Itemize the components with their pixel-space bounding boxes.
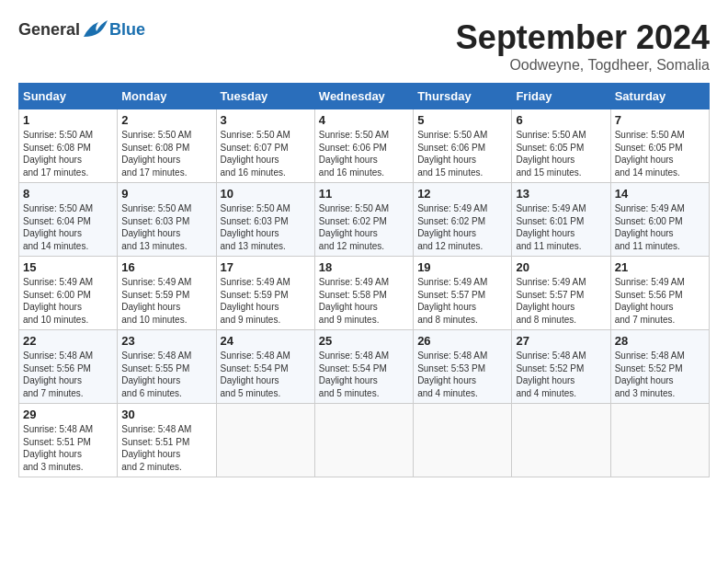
- day-detail: Sunrise: 5:49 AMSunset: 5:59 PMDaylight …: [121, 277, 191, 325]
- calendar-cell: [512, 404, 610, 477]
- day-number: 21: [615, 260, 705, 274]
- day-number: 4: [319, 113, 409, 127]
- day-number: 11: [319, 187, 409, 201]
- weekday-header-sunday: Sunday: [19, 84, 118, 109]
- day-number: 20: [516, 260, 606, 274]
- calendar-cell: 12 Sunrise: 5:49 AMSunset: 6:02 PMDaylig…: [414, 183, 512, 257]
- weekday-header-friday: Friday: [512, 84, 610, 109]
- day-number: 1: [23, 113, 113, 127]
- day-number: 23: [121, 334, 211, 348]
- day-detail: Sunrise: 5:49 AMSunset: 6:00 PMDaylight …: [23, 277, 93, 325]
- day-detail: Sunrise: 5:48 AMSunset: 5:51 PMDaylight …: [121, 424, 191, 472]
- calendar-week-row: 29 Sunrise: 5:48 AMSunset: 5:51 PMDaylig…: [19, 404, 710, 477]
- calendar-week-row: 8 Sunrise: 5:50 AMSunset: 6:04 PMDayligh…: [19, 183, 710, 257]
- day-detail: Sunrise: 5:50 AMSunset: 6:03 PMDaylight …: [221, 203, 290, 251]
- day-detail: Sunrise: 5:49 AMSunset: 5:58 PMDaylight …: [319, 277, 389, 325]
- weekday-header-tuesday: Tuesday: [216, 84, 314, 109]
- calendar-cell: 14 Sunrise: 5:49 AMSunset: 6:00 PMDaylig…: [610, 183, 709, 257]
- logo-general: General: [18, 20, 80, 40]
- calendar-week-row: 22 Sunrise: 5:48 AMSunset: 5:56 PMDaylig…: [19, 330, 710, 404]
- calendar-cell: 8 Sunrise: 5:50 AMSunset: 6:04 PMDayligh…: [19, 183, 118, 257]
- calendar-cell: [610, 404, 709, 477]
- day-number: 18: [319, 260, 409, 274]
- calendar-cell: 24 Sunrise: 5:48 AMSunset: 5:54 PMDaylig…: [216, 330, 314, 404]
- day-number: 16: [121, 260, 211, 274]
- day-number: 6: [516, 113, 606, 127]
- calendar-cell: 17 Sunrise: 5:49 AMSunset: 5:59 PMDaylig…: [216, 257, 314, 330]
- day-detail: Sunrise: 5:49 AMSunset: 5:56 PMDaylight …: [615, 277, 685, 325]
- calendar-cell: 3 Sunrise: 5:50 AMSunset: 6:07 PMDayligh…: [216, 109, 314, 183]
- calendar-cell: 19 Sunrise: 5:49 AMSunset: 5:57 PMDaylig…: [414, 257, 512, 330]
- calendar-cell: 30 Sunrise: 5:48 AMSunset: 5:51 PMDaylig…: [118, 404, 216, 477]
- day-number: 25: [319, 334, 409, 348]
- day-detail: Sunrise: 5:50 AMSunset: 6:02 PMDaylight …: [319, 203, 389, 251]
- day-number: 15: [23, 260, 113, 274]
- day-detail: Sunrise: 5:48 AMSunset: 5:54 PMDaylight …: [221, 350, 290, 398]
- day-number: 17: [221, 260, 311, 274]
- weekday-header-row: SundayMondayTuesdayWednesdayThursdayFrid…: [19, 84, 710, 109]
- day-number: 22: [23, 334, 113, 348]
- weekday-header-thursday: Thursday: [414, 84, 512, 109]
- day-detail: Sunrise: 5:50 AMSunset: 6:04 PMDaylight …: [23, 203, 93, 251]
- day-detail: Sunrise: 5:50 AMSunset: 6:08 PMDaylight …: [23, 130, 93, 178]
- calendar-cell: [414, 404, 512, 477]
- day-detail: Sunrise: 5:48 AMSunset: 5:53 PMDaylight …: [417, 350, 487, 398]
- day-number: 7: [615, 113, 705, 127]
- weekday-header-wednesday: Wednesday: [314, 84, 413, 109]
- calendar-cell: 2 Sunrise: 5:50 AMSunset: 6:08 PMDayligh…: [118, 109, 216, 183]
- day-detail: Sunrise: 5:50 AMSunset: 6:05 PMDaylight …: [516, 130, 586, 178]
- calendar-cell: [314, 404, 413, 477]
- calendar-week-row: 15 Sunrise: 5:49 AMSunset: 6:00 PMDaylig…: [19, 257, 710, 330]
- calendar-cell: [216, 404, 314, 477]
- day-number: 28: [615, 334, 705, 348]
- calendar-cell: 9 Sunrise: 5:50 AMSunset: 6:03 PMDayligh…: [118, 183, 216, 257]
- calendar-cell: 18 Sunrise: 5:49 AMSunset: 5:58 PMDaylig…: [314, 257, 413, 330]
- day-number: 3: [221, 113, 311, 127]
- day-number: 14: [615, 187, 705, 201]
- day-number: 12: [417, 187, 507, 201]
- day-detail: Sunrise: 5:50 AMSunset: 6:05 PMDaylight …: [615, 130, 685, 178]
- location-subtitle: Oodweyne, Togdheer, Somalia: [456, 57, 710, 74]
- calendar-cell: 23 Sunrise: 5:48 AMSunset: 5:55 PMDaylig…: [118, 330, 216, 404]
- page-header: General Blue September 2024 Oodweyne, To…: [18, 18, 710, 74]
- logo: General Blue: [18, 18, 145, 40]
- day-detail: Sunrise: 5:50 AMSunset: 6:06 PMDaylight …: [417, 130, 487, 178]
- calendar-cell: 5 Sunrise: 5:50 AMSunset: 6:06 PMDayligh…: [414, 109, 512, 183]
- calendar-cell: 4 Sunrise: 5:50 AMSunset: 6:06 PMDayligh…: [314, 109, 413, 183]
- calendar-table: SundayMondayTuesdayWednesdayThursdayFrid…: [18, 83, 710, 477]
- calendar-cell: 28 Sunrise: 5:48 AMSunset: 5:52 PMDaylig…: [610, 330, 709, 404]
- calendar-cell: 10 Sunrise: 5:50 AMSunset: 6:03 PMDaylig…: [216, 183, 314, 257]
- day-detail: Sunrise: 5:48 AMSunset: 5:52 PMDaylight …: [516, 350, 586, 398]
- day-number: 5: [417, 113, 507, 127]
- day-detail: Sunrise: 5:49 AMSunset: 6:00 PMDaylight …: [615, 203, 685, 251]
- calendar-cell: 27 Sunrise: 5:48 AMSunset: 5:52 PMDaylig…: [512, 330, 610, 404]
- logo-bird-icon: [82, 18, 109, 40]
- day-number: 27: [516, 334, 606, 348]
- day-number: 26: [417, 334, 507, 348]
- calendar-cell: 7 Sunrise: 5:50 AMSunset: 6:05 PMDayligh…: [610, 109, 709, 183]
- weekday-header-saturday: Saturday: [610, 84, 709, 109]
- day-number: 24: [221, 334, 311, 348]
- calendar-cell: 22 Sunrise: 5:48 AMSunset: 5:56 PMDaylig…: [19, 330, 118, 404]
- day-detail: Sunrise: 5:48 AMSunset: 5:54 PMDaylight …: [319, 350, 389, 398]
- calendar-cell: 26 Sunrise: 5:48 AMSunset: 5:53 PMDaylig…: [414, 330, 512, 404]
- day-detail: Sunrise: 5:49 AMSunset: 5:57 PMDaylight …: [516, 277, 586, 325]
- day-detail: Sunrise: 5:48 AMSunset: 5:55 PMDaylight …: [121, 350, 191, 398]
- day-number: 2: [121, 113, 211, 127]
- calendar-cell: 20 Sunrise: 5:49 AMSunset: 5:57 PMDaylig…: [512, 257, 610, 330]
- calendar-cell: 1 Sunrise: 5:50 AMSunset: 6:08 PMDayligh…: [19, 109, 118, 183]
- day-detail: Sunrise: 5:48 AMSunset: 5:52 PMDaylight …: [615, 350, 685, 398]
- calendar-cell: 25 Sunrise: 5:48 AMSunset: 5:54 PMDaylig…: [314, 330, 413, 404]
- calendar-cell: 16 Sunrise: 5:49 AMSunset: 5:59 PMDaylig…: [118, 257, 216, 330]
- day-number: 8: [23, 187, 113, 201]
- day-number: 10: [221, 187, 311, 201]
- day-detail: Sunrise: 5:50 AMSunset: 6:07 PMDaylight …: [221, 130, 290, 178]
- calendar-cell: 21 Sunrise: 5:49 AMSunset: 5:56 PMDaylig…: [610, 257, 709, 330]
- calendar-cell: 15 Sunrise: 5:49 AMSunset: 6:00 PMDaylig…: [19, 257, 118, 330]
- weekday-header-monday: Monday: [118, 84, 216, 109]
- day-detail: Sunrise: 5:49 AMSunset: 6:02 PMDaylight …: [417, 203, 487, 251]
- day-detail: Sunrise: 5:49 AMSunset: 6:01 PMDaylight …: [516, 203, 586, 251]
- logo-blue: Blue: [109, 20, 145, 40]
- day-detail: Sunrise: 5:50 AMSunset: 6:03 PMDaylight …: [121, 203, 191, 251]
- day-detail: Sunrise: 5:48 AMSunset: 5:51 PMDaylight …: [23, 424, 93, 472]
